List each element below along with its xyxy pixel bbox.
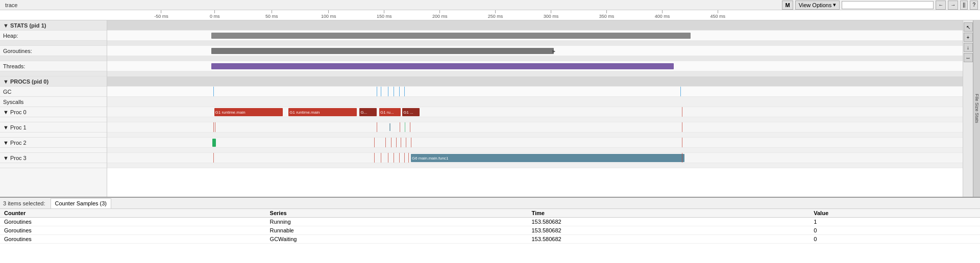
syscalls-label: Syscalls	[0, 97, 107, 107]
ruler-tick: 300 ms	[544, 10, 559, 20]
search-input[interactable]	[842, 1, 934, 9]
ruler-tick: 100 ms	[321, 10, 336, 20]
bottom-panel: 3 items selected: Counter Samples (3) Co…	[0, 197, 980, 263]
goroutines-row[interactable]: ▶	[107, 46, 963, 56]
table-row[interactable]: Goroutines Runnable 153.580682 0	[0, 226, 980, 235]
goroutines-label: Goroutines:	[0, 46, 107, 56]
ruler-tick: 400 ms	[655, 10, 670, 20]
goroutines-sub-row	[107, 56, 963, 61]
ruler-tick: 200 ms	[432, 10, 448, 20]
threads-label: Threads:	[0, 61, 107, 71]
bottom-table: Counter Series Time Value Goroutines Run…	[0, 209, 980, 244]
ruler-tick: 50 ms	[265, 10, 278, 20]
heap-sub-row	[107, 41, 963, 46]
heap-label: Heap:	[0, 31, 107, 41]
gc-label: GC	[0, 87, 107, 97]
nav-pipe-button[interactable]: ||	[960, 1, 968, 10]
stats-header-row	[107, 20, 963, 31]
timeline-ruler: -50 ms0 ms50 ms100 ms150 ms200 ms250 ms3…	[0, 10, 980, 20]
cell-time: 153.580682	[528, 218, 810, 226]
proc1-header-row[interactable]	[107, 122, 963, 133]
view-options-label: View Options	[799, 2, 832, 8]
proc0-spacer	[0, 117, 107, 122]
ruler-tick: -50 ms	[154, 10, 168, 20]
view-options-arrow: ▾	[833, 2, 836, 8]
counter-samples-tab[interactable]: Counter Samples (3)	[51, 198, 112, 208]
proc0-sub-row	[107, 117, 963, 122]
cell-time: 153.580682	[528, 226, 810, 235]
proc2-spacer	[0, 148, 107, 153]
syscalls-row[interactable]	[107, 97, 963, 107]
heap-spacer	[0, 41, 107, 46]
cell-series: GCWaiting	[266, 235, 528, 244]
cell-counter: Goroutines	[0, 235, 266, 244]
cell-value: 1	[810, 218, 980, 226]
zoom-in-tool[interactable]: +	[964, 33, 973, 42]
labels-panel: ▼ STATS (pid 1) Heap: Goroutines: Thread…	[0, 20, 107, 197]
proc1-spacer	[0, 133, 107, 138]
cell-time: 153.580682	[528, 235, 810, 244]
proc3-header-row[interactable]: G6 main.main.func1	[107, 153, 963, 163]
fit-tool[interactable]: ↔	[964, 53, 973, 62]
view-options-button[interactable]: View Options ▾	[795, 1, 840, 10]
col-value: Value	[810, 209, 980, 218]
app-title: trace	[2, 2, 20, 8]
cell-value: 0	[810, 235, 980, 244]
cell-counter: Goroutines	[0, 218, 266, 226]
proc2-sub-row	[107, 148, 963, 153]
pointer-tool[interactable]: ↖	[964, 22, 973, 32]
gc-row[interactable]	[107, 87, 963, 97]
ruler-tick: 250 ms	[488, 10, 503, 20]
procs-header-row	[107, 76, 963, 87]
cell-value: 0	[810, 226, 980, 235]
timeline-panel[interactable]: ▶ G1 runtime.main G1 runtime.main G...	[107, 20, 963, 197]
toolbar: trace M View Options ▾ ← → || ?	[0, 0, 980, 10]
proc3-spacer	[0, 163, 107, 168]
proc1-label[interactable]: ▼ Proc 1	[0, 122, 107, 133]
threads-sub-row	[107, 71, 963, 76]
proc3-label[interactable]: ▼ Proc 3	[0, 153, 107, 163]
ruler-tick: 450 ms	[710, 10, 726, 20]
proc2-header-row[interactable]	[107, 138, 963, 148]
heap-row[interactable]	[107, 31, 963, 41]
stats-section-header: ▼ STATS (pid 1)	[0, 20, 107, 31]
nav-help-button[interactable]: ?	[970, 1, 978, 10]
proc2-label[interactable]: ▼ Proc 2	[0, 138, 107, 148]
proc1-sub-row	[107, 133, 963, 138]
col-time: Time	[528, 209, 810, 218]
zoom-out-tool[interactable]: ↓	[964, 43, 973, 52]
ruler-tick: 0 ms	[210, 10, 220, 20]
cell-series: Running	[266, 218, 528, 226]
threads-row[interactable]	[107, 61, 963, 71]
cell-counter: Goroutines	[0, 226, 266, 235]
m-button[interactable]: M	[782, 1, 793, 10]
far-right-label: File Size Stats	[974, 94, 979, 123]
col-series: Series	[266, 209, 528, 218]
far-right-sidebar[interactable]: File Size Stats	[973, 20, 980, 197]
table-row[interactable]: Goroutines GCWaiting 153.580682 0	[0, 235, 980, 244]
proc3-sub-row	[107, 163, 963, 168]
proc0-label[interactable]: ▼ Proc 0	[0, 107, 107, 117]
nav-forward-button[interactable]: →	[948, 1, 958, 10]
goroutines-spacer	[0, 56, 107, 61]
procs-section-header: ▼ PROCS (pid 0)	[0, 76, 107, 87]
items-selected-label: 3 items selected:	[3, 200, 45, 206]
table-row[interactable]: Goroutines Running 153.580682 1	[0, 218, 980, 226]
col-counter: Counter	[0, 209, 266, 218]
proc0-header-row[interactable]: G1 runtime.main G1 runtime.main G... G1 …	[107, 107, 963, 117]
ruler-tick: 150 ms	[377, 10, 392, 20]
tools-panel: ↖ + ↓ ↔	[963, 20, 973, 197]
threads-spacer	[0, 71, 107, 76]
nav-back-button[interactable]: ←	[936, 1, 946, 10]
cell-series: Runnable	[266, 226, 528, 235]
ruler-tick: 350 ms	[599, 10, 615, 20]
bottom-tabs: 3 items selected: Counter Samples (3)	[0, 198, 980, 209]
